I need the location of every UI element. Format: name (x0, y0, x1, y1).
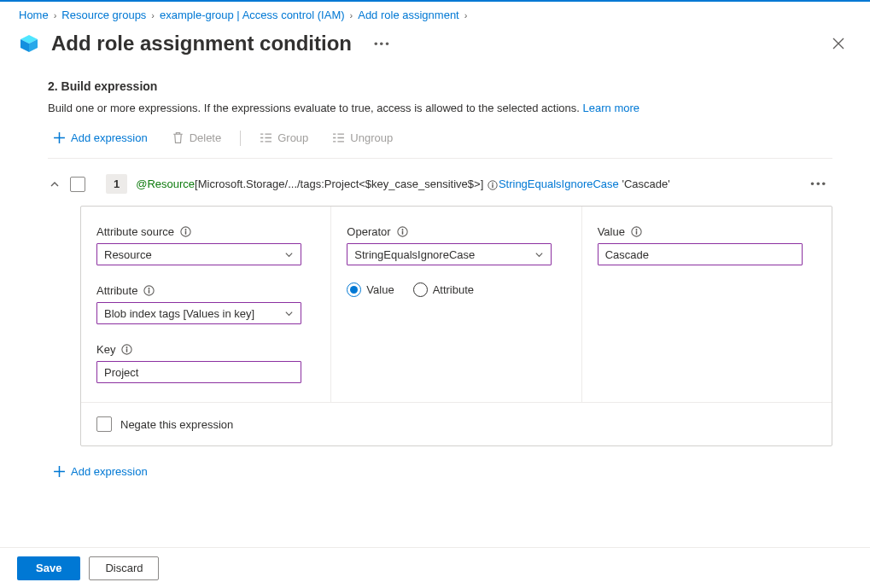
svg-point-19 (635, 229, 637, 230)
attribute-label: Attribute (96, 284, 315, 297)
svg-rect-11 (149, 289, 150, 293)
operand-type-radiogroup: Value Attribute (347, 282, 565, 297)
section-heading: 2. Build expression (48, 79, 832, 93)
expression-editor: Attribute source Resource Attribute (80, 206, 832, 446)
ungroup-button: Ungroup (327, 130, 398, 146)
info-icon[interactable] (631, 226, 642, 237)
delete-button: Delete (166, 130, 227, 146)
attribute-source-label: Attribute source (96, 225, 315, 238)
title-row: Add role assignment condition ••• (0, 26, 870, 67)
add-expression-button-bottom[interactable]: Add expression (48, 463, 832, 480)
negate-row: Negate this expression (81, 402, 832, 445)
operand-value-radio[interactable]: Value (347, 282, 394, 297)
toolbar-separator (240, 131, 241, 146)
operand-attribute-radio[interactable]: Attribute (413, 282, 474, 297)
editor-col-operator: Operator StringEqualsIgnoreCase (330, 207, 581, 402)
breadcrumb-example-group-iam[interactable]: example-group | Access control (IAM) (160, 9, 345, 21)
svg-point-4 (492, 182, 493, 183)
group-icon (260, 131, 272, 144)
trash-icon (172, 131, 184, 144)
expression-toolbar: Add expression Delete Group (48, 114, 832, 158)
svg-rect-20 (636, 230, 638, 234)
ungroup-label: Ungroup (350, 131, 393, 144)
chevron-right-icon: › (52, 10, 59, 20)
ungroup-icon (332, 131, 345, 144)
expression-checkbox[interactable] (70, 177, 85, 192)
expression-summary: @Resource[Microsoft.Storage/.../tags:Pro… (136, 178, 669, 190)
add-expression-bottom: Add expression (48, 446, 832, 480)
svg-point-13 (126, 346, 128, 348)
key-label: Key (96, 343, 315, 356)
cube-icon (19, 33, 39, 54)
chevron-right-icon: › (463, 10, 470, 20)
negate-label: Negate this expression (120, 418, 233, 431)
delete-label: Delete (190, 131, 222, 144)
value-label: Value (598, 225, 816, 238)
operator-select[interactable]: StringEqualsIgnoreCase (347, 243, 552, 265)
save-button[interactable]: Save (17, 556, 80, 580)
divider (48, 158, 832, 159)
expression-row: 1 @Resource[Microsoft.Storage/.../tags:P… (48, 169, 832, 206)
svg-rect-5 (492, 184, 493, 188)
svg-point-7 (185, 229, 187, 230)
learn-more-link[interactable]: Learn more (583, 102, 639, 114)
discard-button[interactable]: Discard (89, 556, 159, 580)
operator-label: Operator (347, 225, 565, 238)
section-description: Build one or more expressions. If the ex… (48, 102, 832, 114)
svg-point-10 (149, 288, 150, 289)
editor-col-attribute: Attribute source Resource Attribute (81, 207, 330, 402)
chevron-down-icon (284, 250, 294, 259)
plus-icon (53, 465, 66, 478)
chevron-down-icon (284, 309, 294, 318)
info-icon[interactable] (180, 226, 191, 237)
svg-rect-14 (126, 348, 128, 352)
expression-number-badge: 1 (106, 174, 127, 194)
page-title: Add role assignment condition (51, 32, 352, 55)
svg-rect-8 (185, 230, 187, 234)
footer-bar: Save Discard (0, 547, 870, 588)
svg-rect-17 (401, 230, 403, 234)
collapse-icon[interactable] (48, 178, 61, 191)
info-icon[interactable] (121, 344, 132, 355)
value-input[interactable]: Cascade (598, 243, 803, 265)
add-expression-button[interactable]: Add expression (48, 130, 153, 146)
close-button[interactable] (826, 34, 851, 53)
breadcrumb-resource-groups[interactable]: Resource groups (61, 9, 146, 21)
group-label: Group (277, 131, 308, 144)
chevron-right-icon: › (149, 10, 156, 20)
chevron-down-icon (534, 250, 544, 259)
add-expression-label: Add expression (71, 131, 148, 144)
info-icon[interactable] (397, 226, 408, 237)
chevron-right-icon: › (348, 10, 355, 20)
attribute-select[interactable]: Blob index tags [Values in key] (96, 302, 301, 324)
breadcrumb-home[interactable]: Home (19, 9, 49, 21)
negate-checkbox[interactable] (96, 416, 112, 432)
editor-col-value: Value Cascade (581, 207, 832, 402)
breadcrumb-add-role-assignment[interactable]: Add role assignment (358, 9, 459, 21)
attribute-source-select[interactable]: Resource (96, 243, 301, 265)
info-icon[interactable] (488, 180, 498, 190)
more-icon[interactable]: ••• (374, 38, 391, 50)
svg-point-16 (401, 229, 403, 230)
plus-icon (53, 131, 66, 144)
group-button: Group (254, 130, 313, 146)
info-icon[interactable] (143, 285, 155, 296)
breadcrumb: Home › Resource groups › example-group |… (0, 2, 870, 26)
add-expression-bottom-label: Add expression (71, 465, 148, 478)
expression-more-icon[interactable]: ••• (805, 174, 832, 194)
main-scroll[interactable]: 2. Build expression Build one or more ex… (0, 67, 870, 547)
key-input[interactable]: Project (96, 361, 301, 383)
